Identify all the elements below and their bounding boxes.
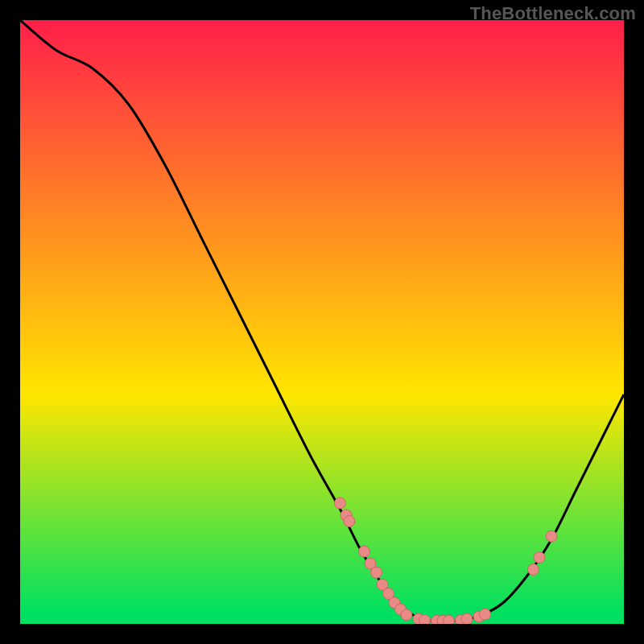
bottleneck-valley-chart	[20, 20, 624, 624]
curve-marker	[335, 497, 346, 509]
curve-marker	[371, 567, 382, 578]
curve-marker	[401, 609, 412, 621]
curve-marker	[528, 564, 539, 576]
gradient-background	[20, 20, 624, 624]
curve-marker	[419, 615, 431, 625]
curve-marker	[480, 609, 491, 620]
curve-marker	[461, 613, 473, 624]
curve-marker	[359, 546, 370, 557]
curve-marker	[444, 615, 455, 624]
curve-marker	[344, 516, 355, 527]
chart-frame: TheBottleneck.com	[0, 0, 644, 644]
curve-marker	[546, 530, 557, 542]
curve-marker	[534, 552, 545, 564]
